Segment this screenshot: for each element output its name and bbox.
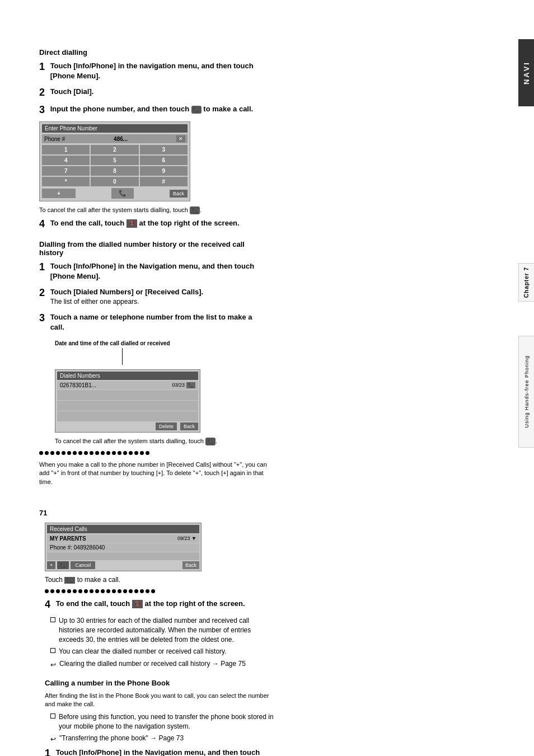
page-number: 71 bbox=[39, 509, 47, 517]
arrow-icon-pb: ↩ bbox=[50, 735, 56, 744]
delete-btn-dialed[interactable]: Delete bbox=[156, 422, 177, 430]
section-title-phonebook: Calling a number in the Phone Book bbox=[45, 679, 274, 687]
call-btn-keypad[interactable]: 📞 bbox=[111, 188, 134, 199]
enter-number-screen: Enter Phone Number Phone # 486... ✕ 1 2 … bbox=[39, 121, 190, 201]
back-btn-keypad[interactable]: Back bbox=[170, 190, 188, 198]
received-date-badge: 09/23 ▼ bbox=[177, 536, 196, 541]
touch-note-received: Touch 📞 to make a call. bbox=[45, 576, 274, 584]
bullet-section-history: Up to 30 entries for each of the dialled… bbox=[45, 616, 274, 670]
bullet-square-2 bbox=[50, 648, 55, 653]
plus-btn-received[interactable]: + bbox=[47, 561, 55, 569]
end-call-icon-r: 📵 bbox=[132, 600, 143, 608]
key-2[interactable]: 2 bbox=[91, 145, 138, 154]
step-2-direct: 2 Touch [Dial]. bbox=[39, 87, 269, 98]
cancel-btn-received[interactable]: Cancel bbox=[71, 561, 95, 569]
section-title-history: Dialling from the dialled number history… bbox=[39, 240, 269, 257]
call-icon-touch: 📞 bbox=[64, 577, 75, 584]
key-3[interactable]: 3 bbox=[140, 145, 188, 154]
dialed-screen: Dialed Numbers 02678301B1... 03/23 📞 Del… bbox=[55, 369, 200, 433]
bullet-text-arrow: Clearing the dialled number or received … bbox=[59, 659, 246, 670]
section-direct-dialling: Direct dialling 1 Touch [Info/Phone] in … bbox=[39, 48, 269, 230]
step-3-text: Input the phone number, and then touch 📞… bbox=[50, 104, 264, 114]
received-calls-title: Received Calls bbox=[47, 525, 199, 533]
received-calls-note: When you make a call to the phone number… bbox=[39, 461, 269, 486]
bullet-text-1: Up to 30 entries for each of the dialled… bbox=[59, 616, 274, 644]
received-footer: + 📞 Cancel Back bbox=[47, 561, 199, 569]
step-num-1-pb: 1 bbox=[45, 748, 50, 756]
chapter-tab: Chapter 7 bbox=[518, 263, 534, 302]
section-title-direct-dialling: Direct dialling bbox=[39, 48, 269, 57]
key-8[interactable]: 8 bbox=[91, 166, 138, 176]
bullet-item-1: Up to 30 entries for each of the dialled… bbox=[50, 616, 274, 644]
key-star[interactable]: * bbox=[42, 177, 90, 186]
step-4-right: 4 Cancel To end the call, touch 📵 at the… bbox=[45, 599, 274, 611]
dots-separator-top bbox=[45, 589, 274, 593]
received-empty bbox=[47, 552, 199, 560]
back-btn-received[interactable]: Back bbox=[182, 561, 199, 569]
step-2-content-h: Touch [Dialed Numbers] or [Received Call… bbox=[50, 287, 264, 307]
step-num-3-h: 3 bbox=[39, 312, 45, 324]
bullet-item-arrow: ↩ Clearing the dialled number or receive… bbox=[50, 659, 274, 670]
section-phonebook: Calling a number in the Phone Book After… bbox=[45, 679, 274, 756]
step-1-text-h: Touch [Info/Phone] in the Navigation men… bbox=[50, 261, 264, 281]
step-num-1-h: 1 bbox=[39, 261, 45, 273]
navi-label: NAVI bbox=[522, 61, 531, 84]
key-1[interactable]: 1 bbox=[42, 145, 90, 154]
step-num-2-h: 2 bbox=[39, 287, 45, 299]
step-3-history: 3 Touch a name or telephone number from … bbox=[39, 312, 269, 332]
call-icon-step3: 📞 bbox=[191, 106, 202, 114]
dialed-empty-row1 bbox=[57, 390, 198, 400]
key-5[interactable]: 5 bbox=[91, 156, 138, 165]
page-number-area: 71 bbox=[39, 509, 269, 517]
key-0[interactable]: 0 bbox=[91, 177, 138, 186]
step-2-text-h: Touch [Dialed Numbers] or [Received Call… bbox=[50, 288, 204, 296]
step-1-pb: 1 Touch [Info/Phone] in the Navigation m… bbox=[45, 748, 274, 756]
call-icon-dialed: 📞 bbox=[186, 382, 195, 388]
key-plus[interactable]: + bbox=[42, 189, 76, 198]
key-7[interactable]: 7 bbox=[42, 166, 90, 176]
section-dialling-history: Dialling from the dialled number history… bbox=[39, 240, 269, 486]
bullet-square-1 bbox=[50, 617, 55, 622]
phone-input-row: Phone # 486... ✕ bbox=[42, 134, 188, 143]
back-btn-dialed[interactable]: Back bbox=[180, 422, 198, 430]
phone-label: Phone # bbox=[44, 136, 65, 142]
bullet-sq-pb-1 bbox=[50, 713, 55, 719]
step-num-4-r: 4 bbox=[45, 599, 50, 611]
chapter-label: Chapter 7 bbox=[523, 267, 530, 298]
step-num-1: 1 bbox=[39, 61, 45, 73]
step-num-3: 3 bbox=[39, 104, 45, 116]
dialed-footer: Delete Back bbox=[57, 422, 198, 430]
cancel-note-history: To cancel the call after the system star… bbox=[55, 437, 269, 445]
key-4[interactable]: 4 bbox=[42, 156, 90, 165]
call-icon-keypad: 📞 bbox=[119, 190, 127, 196]
bullet-section-pb: Before using this function, you need to … bbox=[45, 712, 274, 744]
call-btn-received[interactable]: 📞 bbox=[57, 561, 69, 569]
cancel-icon-direct: 📞 bbox=[190, 206, 200, 214]
handsfree-label: Using Hands-free Phoning bbox=[524, 355, 530, 428]
step-1-text: Touch [Info/Phone] in the navigation men… bbox=[50, 61, 264, 81]
key-9[interactable]: 9 bbox=[140, 166, 188, 176]
bullet-item-2: You can clear the dialled number or rece… bbox=[50, 647, 274, 656]
dialed-date: 03/23 bbox=[172, 382, 185, 388]
phonebook-intro: After finding the list in the Phone Book… bbox=[45, 692, 274, 709]
bullet-text-pb-2: "Transferring the phone book" → Page 73 bbox=[59, 734, 184, 744]
dots-separator-history bbox=[39, 451, 269, 455]
step-1-text-pb: Touch [Info/Phone] in the Navigation men… bbox=[56, 748, 270, 756]
received-contact: MY PARENTS 09/23 ▼ bbox=[47, 534, 199, 543]
step-2-sub-h: The list of either one appears. bbox=[50, 298, 139, 306]
cancel-icon-history: 📞 bbox=[205, 438, 216, 445]
received-contact-name: MY PARENTS bbox=[50, 536, 86, 542]
dialed-title: Dialed Numbers bbox=[57, 372, 198, 380]
keypad: 1 2 3 4 5 6 7 8 9 * 0 # bbox=[42, 145, 188, 186]
enter-number-title: Enter Phone Number bbox=[42, 124, 188, 133]
step-2-history: 2 Touch [Dialed Numbers] or [Received Ca… bbox=[39, 287, 269, 307]
bullet-pb-1: Before using this function, you need to … bbox=[50, 712, 274, 731]
key-hash[interactable]: # bbox=[140, 177, 188, 186]
step-3-text-h: Touch a name or telephone number from th… bbox=[50, 312, 264, 332]
key-6[interactable]: 6 bbox=[140, 156, 188, 165]
dialed-empty-row3 bbox=[57, 411, 198, 421]
dialed-empty-row2 bbox=[57, 401, 198, 411]
navi-tab: NAVI bbox=[518, 39, 534, 106]
received-phone: Phone #: 0489286040 bbox=[47, 543, 199, 552]
end-call-icon-direct: 📵 bbox=[127, 219, 137, 228]
